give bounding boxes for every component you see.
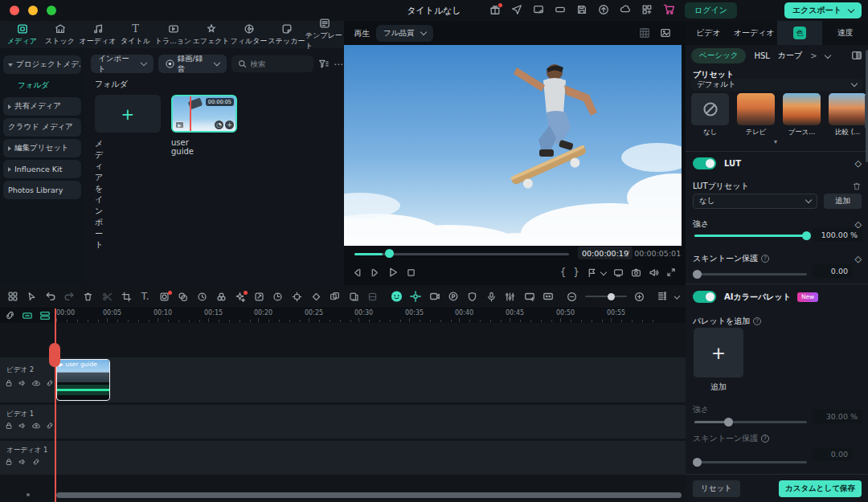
- touchbar-icon[interactable]: [555, 4, 566, 15]
- lut-keyframe-icon[interactable]: ◇: [855, 158, 862, 169]
- play-icon[interactable]: [387, 267, 399, 278]
- sidebar-item-edit-presets[interactable]: 編集プリセット: [3, 139, 81, 157]
- gift-icon[interactable]: [489, 4, 501, 15]
- close-window-button[interactable]: [10, 6, 19, 15]
- color-match-icon[interactable]: [215, 292, 227, 302]
- compare-view-icon[interactable]: [851, 50, 862, 61]
- subtab-chevron-icon[interactable]: [824, 52, 830, 59]
- playback-quality-dropdown[interactable]: フル品質: [376, 25, 433, 42]
- chroma-key-icon[interactable]: [177, 292, 189, 302]
- auto-ripple-toggle-icon[interactable]: [22, 310, 33, 321]
- mark-in-icon[interactable]: {: [560, 267, 567, 278]
- minimize-window-button[interactable]: [28, 6, 38, 15]
- ai-skin-slider[interactable]: [694, 461, 807, 463]
- ai-palette-toggle[interactable]: [693, 291, 716, 303]
- ai-skin-value[interactable]: 0.00: [813, 447, 853, 461]
- zoom-window-button[interactable]: [47, 6, 56, 15]
- media-clip-thumbnail[interactable]: 00:00:05 ▶ ◔ +: [171, 95, 237, 133]
- previous-frame-icon[interactable]: [352, 267, 362, 278]
- help-icon[interactable]: ?: [761, 435, 769, 443]
- help-icon[interactable]: ?: [761, 255, 769, 263]
- lut-strength-value[interactable]: 100.00%: [813, 228, 862, 242]
- voiceover-mic-icon[interactable]: [485, 292, 497, 302]
- timeline-ruler[interactable]: 00:00 00:05 00:10 00:15 00:20 00:25 00:3…: [0, 308, 686, 323]
- copy-effects-icon[interactable]: [348, 292, 360, 302]
- ai-tools-icon[interactable]: [234, 292, 246, 302]
- screen-record-icon[interactable]: [428, 291, 440, 302]
- grid-overlay-icon[interactable]: [639, 27, 650, 39]
- lut-skin-slider[interactable]: [694, 273, 807, 275]
- keyframe-tool-icon[interactable]: [310, 292, 322, 302]
- save-as-custom-button[interactable]: カスタムとして保存: [779, 480, 862, 497]
- tab-stickers[interactable]: ステッカー: [268, 21, 305, 48]
- add-palette-tile[interactable]: +: [694, 328, 743, 378]
- snap-icon[interactable]: [5, 310, 15, 320]
- cloud-sync-icon[interactable]: [620, 4, 631, 15]
- upload-cloud-icon[interactable]: [598, 4, 609, 15]
- lut-skin-value[interactable]: 0.00: [813, 264, 853, 278]
- stop-icon[interactable]: [406, 267, 416, 278]
- sidebar-item-cloud-media[interactable]: クラウド メディア: [3, 118, 81, 137]
- filter-sort-icon[interactable]: [318, 59, 329, 69]
- hide-track-icon[interactable]: [32, 379, 40, 387]
- project-settings-icon[interactable]: [533, 4, 544, 15]
- lock-track-icon[interactable]: [5, 379, 13, 387]
- share-icon[interactable]: [511, 4, 522, 15]
- tab-transitions[interactable]: トラ...ョン: [154, 21, 192, 48]
- render-preview-icon[interactable]: [329, 292, 341, 302]
- tab-titles[interactable]: Tタイトル: [117, 21, 154, 48]
- seek-handle[interactable]: [385, 249, 394, 258]
- timeline-clip-user-guide[interactable]: ▶ user guide: [56, 359, 110, 401]
- lock-track-icon[interactable]: [5, 422, 13, 430]
- track-lane-video1[interactable]: [0, 405, 686, 439]
- fullscreen-icon[interactable]: [666, 267, 676, 277]
- mute-track-icon[interactable]: [18, 458, 27, 466]
- more-options-icon[interactable]: ⋯: [334, 59, 344, 70]
- lut-skin-keyframe-icon[interactable]: ◇: [855, 254, 862, 264]
- lut-delete-icon[interactable]: [852, 182, 862, 191]
- subtab-hsl[interactable]: HSL: [754, 51, 769, 60]
- preset-tv[interactable]: テレビ: [737, 93, 775, 137]
- sidebar-item-influence-kit[interactable]: Influence Kit: [3, 160, 81, 178]
- video-viewport[interactable]: [344, 45, 682, 246]
- preset-boost[interactable]: ブース...: [783, 93, 821, 137]
- preset-dropdown[interactable]: デフォルト: [691, 79, 862, 91]
- store-cart-icon[interactable]: [663, 3, 675, 15]
- tab-media[interactable]: メディア: [3, 21, 41, 48]
- ai-strength-value[interactable]: 30.00%: [813, 410, 862, 423]
- link-track-icon[interactable]: [46, 422, 54, 430]
- timeline-zoom-slider[interactable]: [585, 296, 627, 297]
- tab-audio-props[interactable]: オーディオ: [731, 21, 777, 45]
- search-input[interactable]: [251, 59, 307, 68]
- record-dropdown-button[interactable]: 録画/録音: [158, 55, 227, 73]
- tab-effects[interactable]: エフェクト: [192, 21, 230, 48]
- link-track-icon[interactable]: [46, 379, 54, 387]
- next-frame-icon[interactable]: [370, 267, 380, 278]
- save-icon[interactable]: [576, 4, 588, 15]
- mute-track-icon[interactable]: [18, 422, 27, 430]
- import-dropdown-button[interactable]: インポート: [91, 55, 154, 73]
- zoom-in-icon[interactable]: [633, 292, 645, 302]
- reset-button[interactable]: リセット: [693, 480, 740, 497]
- tab-stock[interactable]: ストック: [41, 21, 79, 48]
- track-height-icon[interactable]: [656, 291, 668, 302]
- sidebar-item-photos-library[interactable]: Photos Library: [3, 181, 81, 199]
- track-manager-icon[interactable]: [39, 310, 51, 321]
- playhead-handle[interactable]: [49, 343, 60, 367]
- tab-color[interactable]: 色: [777, 21, 823, 45]
- playhead-line[interactable]: [55, 308, 56, 502]
- track-height-chevron-icon[interactable]: [674, 293, 680, 300]
- tab-speed[interactable]: 速度: [822, 21, 868, 45]
- lut-add-button[interactable]: 追加: [824, 194, 862, 209]
- help-icon[interactable]: ?: [753, 317, 761, 325]
- tab-audio[interactable]: オーディオ: [79, 21, 117, 48]
- media-browser-icon[interactable]: [6, 291, 18, 302]
- speed-icon[interactable]: [196, 292, 208, 302]
- duration-icon[interactable]: [272, 292, 284, 302]
- clip-add-to-timeline-icon[interactable]: +: [225, 120, 234, 129]
- hide-track-icon[interactable]: [32, 422, 40, 430]
- lut-strength-slider[interactable]: [694, 235, 807, 237]
- preset-expand-icon[interactable]: ▾: [774, 138, 777, 145]
- zoom-slider-handle[interactable]: [608, 293, 615, 300]
- snapshot-camera-icon[interactable]: [631, 267, 641, 278]
